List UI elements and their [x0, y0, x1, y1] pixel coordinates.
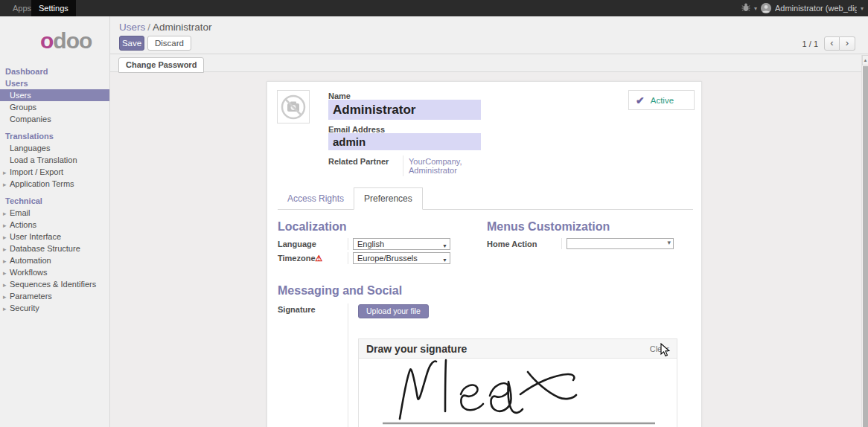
signature-label: Signature — [278, 304, 348, 427]
sidebar-section-dashboard[interactable]: Dashboard — [0, 65, 109, 77]
scroll-up-button[interactable]: ▲ — [862, 55, 868, 65]
combo-arrow-icon: ▾ — [667, 239, 671, 246]
action-bar: Change Password — [110, 54, 868, 72]
sidebar-item-user-interface[interactable]: ▸User Interface — [0, 231, 109, 243]
localization-group: Localization Language English ▼ Timezone… — [278, 220, 473, 264]
sidebar-section-technical[interactable]: Technical — [0, 195, 109, 207]
sidebar-item-security[interactable]: ▸Security — [0, 302, 109, 314]
expand-caret-icon: ▸ — [3, 233, 7, 242]
notebook-tabs: Access Rights Preferences — [278, 189, 693, 210]
expand-caret-icon: ▸ — [3, 245, 7, 254]
tab-preferences[interactable]: Preferences — [354, 187, 423, 210]
topbar: Apps Settings ▾ Administrator (web_dig..… — [0, 0, 868, 16]
warning-icon: ⚠ — [316, 254, 323, 263]
pager-count: 1 / 1 — [802, 39, 818, 48]
vertical-scrollbar[interactable]: ▲ — [861, 55, 868, 427]
active-checkbox[interactable]: ✔ Active — [628, 90, 695, 110]
sidebar-item-database-structure[interactable]: ▸Database Structure — [0, 243, 109, 254]
language-label: Language — [278, 238, 348, 248]
user-menu[interactable]: Administrator (web_dig... — [775, 4, 857, 13]
sidebar-item-languages[interactable]: Languages — [0, 142, 109, 154]
form-sheet: Name Email Address ✔ Active Related Part… — [267, 81, 702, 427]
tab-access-rights[interactable]: Access Rights — [278, 188, 354, 209]
sidebar-item-import-export[interactable]: ▸Import / Export — [0, 166, 109, 178]
messaging-title: Messaging and Social — [278, 284, 693, 298]
breadcrumb: Users/Administrator — [119, 22, 212, 33]
pager-next-button[interactable]: › — [840, 36, 855, 51]
sidebar-item-load-a-translation[interactable]: Load a Translation — [0, 154, 109, 166]
change-password-button[interactable]: Change Password — [118, 57, 204, 73]
content-area: Name Email Address ✔ Active Related Part… — [110, 73, 861, 427]
sidebar-section-translations[interactable]: Translations — [0, 130, 109, 142]
email-input[interactable] — [328, 133, 481, 150]
sidebar-item-parameters[interactable]: ▸Parameters — [0, 290, 109, 302]
discard-button[interactable]: Discard — [147, 36, 191, 51]
expand-caret-icon: ▸ — [3, 168, 7, 177]
upload-file-button[interactable]: Upload your file — [358, 304, 429, 318]
home-action-combobox[interactable]: ▾ — [567, 238, 674, 249]
chevron-down-icon[interactable]: ▾ — [754, 5, 757, 12]
signature-canvas[interactable] — [359, 339, 678, 427]
odoo-logo: odoo — [0, 16, 109, 54]
sidebar-item-workflows[interactable]: ▸Workflows — [0, 266, 109, 278]
avatar[interactable] — [761, 3, 771, 13]
page-header: Users/Administrator Save Discard 1 / 1 ‹… — [110, 16, 868, 54]
name-input[interactable] — [328, 100, 481, 120]
expand-caret-icon: ▸ — [3, 221, 7, 230]
expand-caret-icon: ▸ — [3, 209, 7, 218]
scrollbar-thumb[interactable] — [863, 66, 868, 427]
breadcrumb-users-link[interactable]: Users — [119, 22, 145, 33]
expand-caret-icon: ▸ — [3, 292, 7, 301]
localization-title: Localization — [278, 220, 473, 234]
sidebar-item-application-terms[interactable]: ▸Application Terms — [0, 178, 109, 190]
pager-prev-button[interactable]: ‹ — [824, 36, 840, 51]
select-arrow-icon: ▼ — [442, 255, 447, 266]
sidebar-item-actions[interactable]: ▸Actions — [0, 219, 109, 231]
sidebar: odoo Dashboard Users Users Groups Compan… — [0, 16, 110, 427]
sidebar-item-companies[interactable]: Companies — [0, 113, 109, 125]
topbar-menu-settings[interactable]: Settings — [31, 0, 76, 16]
save-button[interactable]: Save — [119, 36, 144, 51]
bug-icon[interactable] — [741, 1, 750, 15]
expand-caret-icon: ▸ — [3, 180, 7, 189]
active-label: Active — [651, 96, 674, 105]
home-action-label: Home Action — [487, 238, 561, 248]
timezone-select[interactable]: Europe/Brussels ▼ — [353, 252, 450, 264]
user-image-placeholder[interactable] — [277, 90, 310, 123]
signature-panel: Draw your signature Clear — [358, 338, 677, 427]
sidebar-item-sequences-identifiers[interactable]: ▸Sequences & Identifiers — [0, 278, 109, 290]
menus-customization-group: Menus Customization Home Action ▾ — [487, 220, 689, 249]
sidebar-item-email[interactable]: ▸Email — [0, 207, 109, 219]
sidebar-item-users[interactable]: Users — [0, 89, 109, 101]
breadcrumb-current: Administrator — [153, 22, 212, 33]
related-partner-link[interactable]: YourCompany, Administrator — [403, 155, 462, 176]
menus-customization-title: Menus Customization — [487, 220, 689, 234]
language-select[interactable]: English ▼ — [353, 238, 450, 250]
timezone-label: Timezone⚠ — [278, 252, 348, 263]
sidebar-section-users[interactable]: Users — [0, 77, 109, 89]
sidebar-item-groups[interactable]: Groups — [0, 101, 109, 113]
expand-caret-icon: ▸ — [3, 304, 7, 313]
messaging-group: Messaging and Social Signature Upload yo… — [278, 284, 693, 427]
checkmark-icon: ✔ — [636, 94, 645, 106]
select-arrow-icon: ▼ — [442, 241, 447, 251]
chevron-down-icon[interactable]: ▾ — [861, 5, 864, 12]
expand-caret-icon: ▸ — [3, 257, 7, 266]
expand-caret-icon: ▸ — [3, 280, 7, 289]
sidebar-item-automation[interactable]: ▸Automation — [0, 254, 109, 266]
expand-caret-icon: ▸ — [3, 269, 7, 277]
related-partner-label: Related Partner — [328, 157, 389, 166]
